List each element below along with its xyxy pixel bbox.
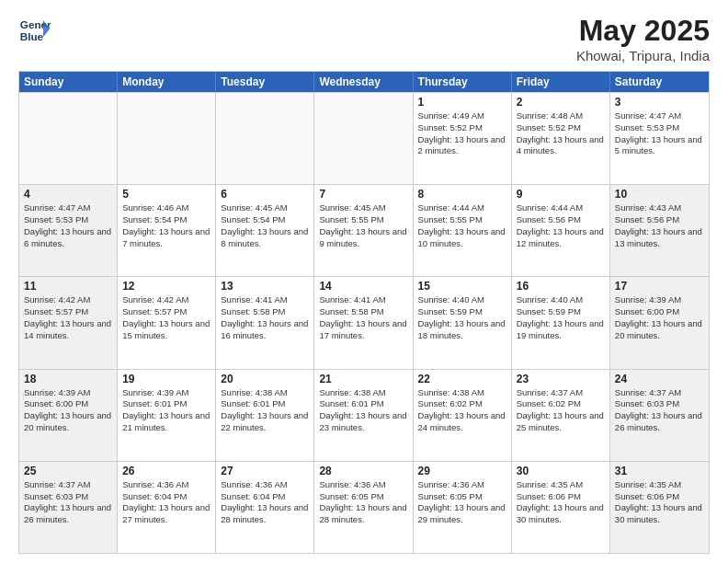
calendar-cell: 7Sunrise: 4:45 AM Sunset: 5:55 PM Daylig… bbox=[314, 185, 413, 276]
calendar: SundayMondayTuesdayWednesdayThursdayFrid… bbox=[18, 71, 710, 554]
cell-date: 29 bbox=[418, 465, 506, 477]
cell-info: Sunrise: 4:35 AM Sunset: 6:06 PM Dayligh… bbox=[615, 479, 704, 526]
cell-info: Sunrise: 4:45 AM Sunset: 5:55 PM Dayligh… bbox=[319, 202, 407, 249]
cell-date: 14 bbox=[319, 280, 407, 293]
cell-info: Sunrise: 4:41 AM Sunset: 5:58 PM Dayligh… bbox=[319, 294, 407, 341]
cell-info: Sunrise: 4:37 AM Sunset: 6:03 PM Dayligh… bbox=[24, 479, 112, 526]
cell-info: Sunrise: 4:39 AM Sunset: 6:00 PM Dayligh… bbox=[615, 294, 704, 341]
cell-info: Sunrise: 4:37 AM Sunset: 6:03 PM Dayligh… bbox=[615, 387, 704, 434]
calendar-week-2: 4Sunrise: 4:47 AM Sunset: 5:53 PM Daylig… bbox=[19, 184, 709, 276]
cell-date: 12 bbox=[122, 280, 210, 293]
day-header-thursday: Thursday bbox=[414, 72, 512, 92]
cell-date: 2 bbox=[517, 96, 605, 109]
calendar-cell: 25Sunrise: 4:37 AM Sunset: 6:03 PM Dayli… bbox=[19, 462, 118, 553]
calendar-week-5: 25Sunrise: 4:37 AM Sunset: 6:03 PM Dayli… bbox=[19, 461, 709, 553]
cell-info: Sunrise: 4:38 AM Sunset: 6:01 PM Dayligh… bbox=[221, 387, 309, 434]
calendar-cell bbox=[118, 93, 216, 184]
cell-info: Sunrise: 4:49 AM Sunset: 5:52 PM Dayligh… bbox=[418, 110, 506, 157]
cell-info: Sunrise: 4:39 AM Sunset: 6:01 PM Dayligh… bbox=[122, 387, 210, 434]
month-title: May 2025 bbox=[576, 14, 710, 48]
cell-date: 22 bbox=[418, 373, 506, 385]
page: General Blue May 2025 Khowai, Tripura, I… bbox=[0, 0, 728, 563]
cell-date: 16 bbox=[517, 280, 605, 293]
cell-date: 30 bbox=[517, 465, 605, 477]
calendar-cell: 5Sunrise: 4:46 AM Sunset: 5:54 PM Daylig… bbox=[118, 185, 216, 276]
cell-date: 18 bbox=[24, 373, 112, 385]
cell-info: Sunrise: 4:36 AM Sunset: 6:05 PM Dayligh… bbox=[319, 479, 407, 526]
day-headers: SundayMondayTuesdayWednesdayThursdayFrid… bbox=[19, 72, 709, 92]
cell-date: 11 bbox=[24, 280, 112, 293]
cell-date: 1 bbox=[418, 96, 506, 109]
calendar-cell bbox=[19, 93, 118, 184]
calendar-cell: 6Sunrise: 4:45 AM Sunset: 5:54 PM Daylig… bbox=[216, 185, 314, 276]
cell-info: Sunrise: 4:43 AM Sunset: 5:56 PM Dayligh… bbox=[615, 202, 704, 249]
calendar-cell: 19Sunrise: 4:39 AM Sunset: 6:01 PM Dayli… bbox=[118, 370, 216, 461]
calendar-cell: 4Sunrise: 4:47 AM Sunset: 5:53 PM Daylig… bbox=[19, 185, 118, 276]
header: General Blue May 2025 Khowai, Tripura, I… bbox=[18, 14, 710, 63]
calendar-cell: 20Sunrise: 4:38 AM Sunset: 6:01 PM Dayli… bbox=[216, 370, 314, 461]
cell-info: Sunrise: 4:36 AM Sunset: 6:04 PM Dayligh… bbox=[122, 479, 210, 526]
calendar-cell: 23Sunrise: 4:37 AM Sunset: 6:02 PM Dayli… bbox=[512, 370, 610, 461]
cell-info: Sunrise: 4:47 AM Sunset: 5:53 PM Dayligh… bbox=[615, 110, 704, 157]
cell-date: 27 bbox=[221, 465, 309, 477]
calendar-cell: 22Sunrise: 4:38 AM Sunset: 6:02 PM Dayli… bbox=[414, 370, 512, 461]
calendar-cell: 1Sunrise: 4:49 AM Sunset: 5:52 PM Daylig… bbox=[414, 93, 512, 184]
cell-info: Sunrise: 4:44 AM Sunset: 5:56 PM Dayligh… bbox=[517, 202, 605, 249]
calendar-grid: 1Sunrise: 4:49 AM Sunset: 5:52 PM Daylig… bbox=[19, 92, 709, 553]
cell-date: 23 bbox=[517, 373, 605, 385]
calendar-cell: 18Sunrise: 4:39 AM Sunset: 6:00 PM Dayli… bbox=[19, 370, 118, 461]
cell-date: 26 bbox=[122, 465, 210, 477]
cell-date: 5 bbox=[122, 188, 210, 201]
calendar-cell: 3Sunrise: 4:47 AM Sunset: 5:53 PM Daylig… bbox=[610, 93, 709, 184]
cell-info: Sunrise: 4:38 AM Sunset: 6:01 PM Dayligh… bbox=[319, 387, 407, 434]
cell-info: Sunrise: 4:47 AM Sunset: 5:53 PM Dayligh… bbox=[24, 202, 112, 249]
calendar-cell: 21Sunrise: 4:38 AM Sunset: 6:01 PM Dayli… bbox=[314, 370, 413, 461]
calendar-cell: 31Sunrise: 4:35 AM Sunset: 6:06 PM Dayli… bbox=[610, 462, 709, 553]
cell-info: Sunrise: 4:37 AM Sunset: 6:02 PM Dayligh… bbox=[517, 387, 605, 434]
calendar-cell: 29Sunrise: 4:36 AM Sunset: 6:05 PM Dayli… bbox=[414, 462, 512, 553]
cell-date: 19 bbox=[122, 373, 210, 385]
cell-date: 9 bbox=[517, 188, 605, 201]
cell-date: 24 bbox=[615, 373, 704, 385]
calendar-cell bbox=[216, 93, 314, 184]
cell-date: 15 bbox=[418, 280, 506, 293]
day-header-friday: Friday bbox=[512, 72, 610, 92]
calendar-cell: 27Sunrise: 4:36 AM Sunset: 6:04 PM Dayli… bbox=[216, 462, 314, 553]
cell-info: Sunrise: 4:36 AM Sunset: 6:05 PM Dayligh… bbox=[418, 479, 506, 526]
cell-date: 13 bbox=[221, 280, 309, 293]
location: Khowai, Tripura, India bbox=[576, 48, 710, 63]
cell-info: Sunrise: 4:41 AM Sunset: 5:58 PM Dayligh… bbox=[221, 294, 309, 341]
cell-date: 25 bbox=[24, 465, 112, 477]
cell-info: Sunrise: 4:40 AM Sunset: 5:59 PM Dayligh… bbox=[517, 294, 605, 341]
calendar-cell: 11Sunrise: 4:42 AM Sunset: 5:57 PM Dayli… bbox=[19, 277, 118, 368]
cell-date: 31 bbox=[615, 465, 704, 477]
cell-info: Sunrise: 4:38 AM Sunset: 6:02 PM Dayligh… bbox=[418, 387, 506, 434]
cell-info: Sunrise: 4:46 AM Sunset: 5:54 PM Dayligh… bbox=[122, 202, 210, 249]
cell-info: Sunrise: 4:35 AM Sunset: 6:06 PM Dayligh… bbox=[517, 479, 605, 526]
cell-date: 10 bbox=[615, 188, 704, 201]
calendar-week-4: 18Sunrise: 4:39 AM Sunset: 6:00 PM Dayli… bbox=[19, 369, 709, 461]
day-header-monday: Monday bbox=[118, 72, 216, 92]
cell-date: 28 bbox=[319, 465, 407, 477]
cell-info: Sunrise: 4:45 AM Sunset: 5:54 PM Dayligh… bbox=[221, 202, 309, 249]
calendar-cell: 2Sunrise: 4:48 AM Sunset: 5:52 PM Daylig… bbox=[512, 93, 610, 184]
cell-date: 20 bbox=[221, 373, 309, 385]
cell-date: 8 bbox=[418, 188, 506, 201]
calendar-cell: 13Sunrise: 4:41 AM Sunset: 5:58 PM Dayli… bbox=[216, 277, 314, 368]
svg-text:Blue: Blue bbox=[20, 30, 44, 42]
cell-date: 3 bbox=[615, 96, 704, 109]
day-header-sunday: Sunday bbox=[19, 72, 118, 92]
calendar-cell: 14Sunrise: 4:41 AM Sunset: 5:58 PM Dayli… bbox=[314, 277, 413, 368]
logo-icon: General Blue bbox=[18, 14, 51, 47]
calendar-cell: 10Sunrise: 4:43 AM Sunset: 5:56 PM Dayli… bbox=[610, 185, 709, 276]
cell-info: Sunrise: 4:48 AM Sunset: 5:52 PM Dayligh… bbox=[517, 110, 605, 157]
day-header-wednesday: Wednesday bbox=[314, 72, 413, 92]
calendar-week-1: 1Sunrise: 4:49 AM Sunset: 5:52 PM Daylig… bbox=[19, 92, 709, 184]
cell-info: Sunrise: 4:40 AM Sunset: 5:59 PM Dayligh… bbox=[418, 294, 506, 341]
cell-date: 6 bbox=[221, 188, 309, 201]
logo: General Blue bbox=[18, 14, 51, 47]
calendar-cell: 28Sunrise: 4:36 AM Sunset: 6:05 PM Dayli… bbox=[314, 462, 413, 553]
calendar-cell: 24Sunrise: 4:37 AM Sunset: 6:03 PM Dayli… bbox=[610, 370, 709, 461]
day-header-saturday: Saturday bbox=[610, 72, 709, 92]
cell-date: 7 bbox=[319, 188, 407, 201]
